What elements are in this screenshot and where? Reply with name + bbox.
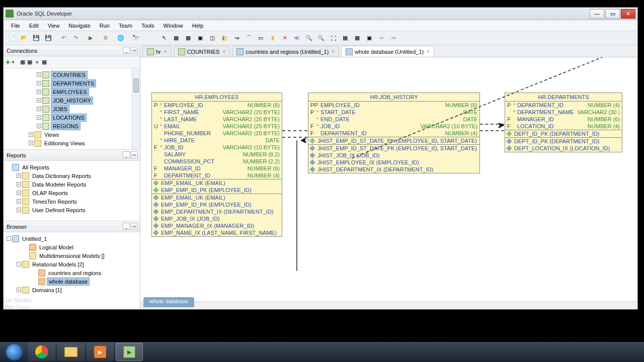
new-icon[interactable]: 📄 <box>7 33 18 44</box>
browser-tree-item[interactable]: countries and regions <box>5 268 139 277</box>
taskbar-explorer[interactable] <box>57 343 85 361</box>
browser-tree-item[interactable]: Multidimensional Models [] <box>5 251 139 260</box>
nav-fwd-icon[interactable]: ⇨ <box>388 33 399 44</box>
start-button[interactable] <box>2 343 26 361</box>
nav-back-icon[interactable]: ⇦ <box>376 33 387 44</box>
close-button[interactable]: ✕ <box>621 9 635 19</box>
grid-icon[interactable]: ▦ <box>171 33 182 44</box>
entity-departments[interactable]: HR.DEPARTMENTS P*DEPARTMENT_IDNUMBER (4)… <box>505 93 622 152</box>
panel-restore-icon[interactable]: ▭ <box>131 47 138 54</box>
connections-tree-item[interactable]: +COUNTRIES <box>5 70 139 79</box>
reports-tree-item[interactable]: +Data Dictionary Reports <box>5 171 139 180</box>
reports-tree-item[interactable]: +Data Modeler Reports <box>5 180 139 189</box>
connections-title: Connections <box>7 48 37 54</box>
zoom-in-icon[interactable]: 🔍 <box>303 33 314 44</box>
browser-tree-item[interactable]: Logical Model <box>5 243 139 251</box>
browser-tree-item[interactable]: whole database <box>5 277 139 286</box>
taskbar-chrome[interactable] <box>28 343 55 361</box>
connections-tree-item[interactable]: +Views <box>5 130 139 139</box>
menu-team[interactable]: Team <box>114 21 137 30</box>
browser-tree-item[interactable]: -Untitled_1 <box>5 234 139 243</box>
table-icon[interactable]: ▦ <box>183 33 194 44</box>
layout1-icon[interactable]: ▦ <box>340 33 351 44</box>
entity-employees[interactable]: HR.EMPLOYEES P*EMPLOYEE_IDNUMBER (6)*FIR… <box>151 93 282 237</box>
diagram-tab[interactable]: whole database <box>143 297 194 307</box>
close-tab-icon[interactable]: × <box>164 49 167 54</box>
connections-tree-item[interactable]: +Editioning Views <box>5 139 139 147</box>
connections-tree-item[interactable]: +JOB_HISTORY <box>5 96 139 105</box>
filter-icon[interactable]: ▼ <box>34 59 40 65</box>
close-tab-icon[interactable]: × <box>332 49 335 54</box>
main-toolbar: 📄 📂 💾 💾 ↶ ↷ ▶ ⚙ 🌐 🔭 ↖ ▦ ▦ ▣ ◫ ◧ ↝ ⌒ ▭ <box>4 31 637 45</box>
globe-icon[interactable]: 🌐 <box>115 33 126 44</box>
close-tab-icon[interactable]: × <box>222 49 225 54</box>
menu-help[interactable]: Help <box>188 21 208 30</box>
connections-tree-item[interactable]: +EMPLOYEES <box>5 87 139 96</box>
reports-tree-item[interactable]: +OLAP Reports <box>5 189 139 197</box>
new-connection-icon[interactable]: + <box>6 58 10 67</box>
redo-icon[interactable]: ↷ <box>70 33 81 44</box>
document-tab[interactable]: hr× <box>142 46 172 57</box>
debug-icon[interactable]: ⚙ <box>100 33 111 44</box>
delete-icon[interactable]: ✕ <box>279 33 290 44</box>
undo-icon[interactable]: ↶ <box>58 33 69 44</box>
layout3-icon[interactable]: ▣ <box>364 33 375 44</box>
menu-view[interactable]: View <box>43 21 64 30</box>
reports-tree-item[interactable]: +TimesTen Reports <box>5 197 139 206</box>
browser-header[interactable]: Browser _▭ <box>4 221 140 232</box>
panel-min-icon[interactable]: _ <box>123 151 130 158</box>
menu-tools[interactable]: Tools <box>137 21 159 30</box>
save-all-icon[interactable]: 💾 <box>43 33 54 44</box>
browser-tree-item[interactable]: -Relational Models [2] <box>5 260 139 268</box>
merge-icon[interactable]: ◧ <box>219 33 230 44</box>
panel-restore-icon[interactable]: ▭ <box>131 223 138 230</box>
connections-header[interactable]: Connections _▭ <box>4 45 140 56</box>
connections-tree-item[interactable]: +REGIONS <box>5 122 139 130</box>
save-icon[interactable]: 💾 <box>31 33 42 44</box>
binoculars-icon[interactable]: 🔭 <box>130 33 141 44</box>
horizontal-scrollbar[interactable] <box>140 301 637 309</box>
connections-tree-item[interactable]: +DEPARTMENTS <box>5 79 139 87</box>
minimize-button[interactable]: — <box>590 9 604 19</box>
reports-header[interactable]: Reports _▭ <box>4 150 140 161</box>
split-icon[interactable]: ◫ <box>207 33 218 44</box>
box-icon[interactable]: ▭ <box>255 33 266 44</box>
reports-tree-item[interactable]: +User Defined Reports <box>5 206 139 214</box>
connections-tree-item[interactable]: +LOCATIONS <box>5 113 139 122</box>
maximize-button[interactable]: ▭ <box>605 9 620 19</box>
taskbar-sqldeveloper[interactable]: ▶ <box>116 343 143 361</box>
run-icon[interactable]: ▶ <box>85 33 96 44</box>
browser-tree-item[interactable]: +Domains [1] <box>5 286 139 294</box>
menu-file[interactable]: File <box>7 21 25 30</box>
panel-restore-icon[interactable]: ▭ <box>131 151 138 158</box>
cursor-icon[interactable]: ↖ <box>158 33 170 44</box>
connections-scrollbar[interactable] <box>132 68 140 149</box>
refresh-icon[interactable]: ▦ <box>42 59 47 65</box>
zoom-fit-icon[interactable]: ⛶ <box>328 33 339 44</box>
layout2-icon[interactable]: ▦ <box>352 33 363 44</box>
document-tab[interactable]: whole database (Untitled_1)× <box>341 46 434 57</box>
arc-icon[interactable]: ⌒ <box>243 33 254 44</box>
menu-navigate[interactable]: Navigate <box>64 21 95 30</box>
menu-window[interactable]: Window <box>159 21 188 30</box>
open-icon[interactable]: 📂 <box>19 33 30 44</box>
connections-tree-item[interactable]: +JOBS <box>5 105 139 113</box>
diagram-canvas[interactable]: HR.EMPLOYEES P*EMPLOYEE_IDNUMBER (6)*FIR… <box>140 57 637 309</box>
db-icon[interactable]: ▦ <box>20 59 25 65</box>
panel-min-icon[interactable]: _ <box>123 47 130 54</box>
close-tab-icon[interactable]: × <box>427 49 430 54</box>
panel-min-icon[interactable]: _ <box>123 223 130 230</box>
note-icon[interactable]: ▮ <box>267 33 278 44</box>
zoom-out-icon[interactable]: 🔍 <box>315 33 327 44</box>
view-icon[interactable]: ▣ <box>195 33 206 44</box>
reports-tree-item[interactable]: All Reports <box>5 163 139 171</box>
db2-icon[interactable]: ▦ <box>27 59 32 65</box>
menu-edit[interactable]: Edit <box>25 21 43 30</box>
menu-run[interactable]: Run <box>95 21 114 30</box>
rewind-icon[interactable]: ≪ <box>291 33 302 44</box>
document-tab[interactable]: COUNTRIES× <box>174 46 230 57</box>
document-tab[interactable]: countries and regions (Untitled_1)× <box>232 46 339 57</box>
taskbar-media[interactable]: ▶ <box>87 343 114 361</box>
link-icon[interactable]: ↝ <box>231 33 242 44</box>
entity-job-history[interactable]: HR.JOB_HISTORY PF*EMPLOYEE_IDNUMBER (6)P… <box>308 93 480 173</box>
